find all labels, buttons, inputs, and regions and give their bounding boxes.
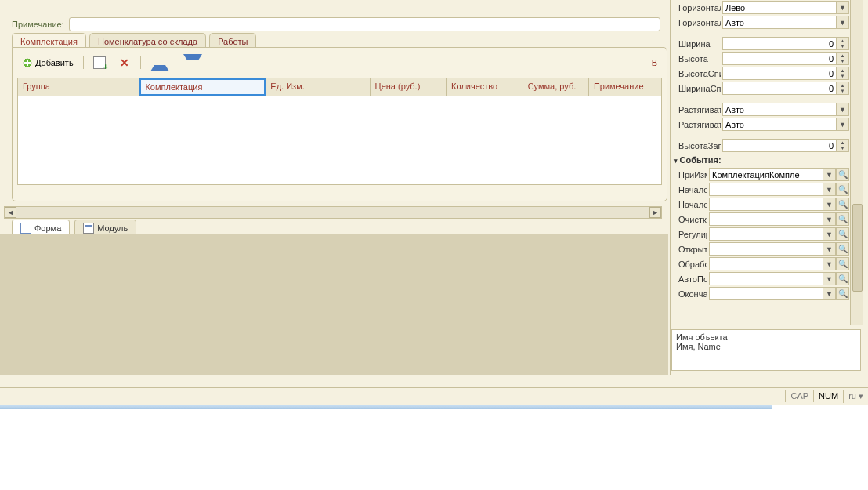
- props-section[interactable]: События:: [672, 153, 849, 167]
- magnifier-icon[interactable]: 🔍: [836, 242, 849, 256]
- prop-label: Регулировани: [672, 230, 707, 239]
- prop-field: ▼: [722, 16, 849, 29]
- prop-field: ▼🔍: [709, 257, 849, 270]
- form-tab-label: Форма: [34, 223, 61, 233]
- magnifier-icon[interactable]: 🔍: [836, 168, 849, 181]
- col-price[interactable]: Цена (руб.): [371, 78, 447, 96]
- toolbar-right-text: В: [652, 58, 662, 67]
- dropdown-icon[interactable]: ▼: [823, 257, 836, 270]
- spinner[interactable]: ▲▼: [836, 52, 849, 65]
- prop-label: Открытие: [672, 245, 707, 254]
- magnifier-icon[interactable]: 🔍: [836, 212, 849, 226]
- prop-field: ▼🔍: [709, 198, 849, 211]
- spinner[interactable]: ▲▼: [836, 139, 849, 152]
- magnifier-icon[interactable]: 🔍: [836, 272, 849, 285]
- prop-row: ВысотаЗагол▲▼: [672, 138, 849, 153]
- col-sum[interactable]: Сумма, руб.: [523, 78, 589, 96]
- prop-row: Очистка▼🔍: [672, 212, 849, 227]
- prop-field: ▲▼: [722, 67, 849, 80]
- prop-label: РастягиватьГ: [672, 105, 721, 114]
- prop-input[interactable]: [709, 227, 823, 241]
- prop-row: НачалоВыбор▼🔍: [672, 182, 849, 197]
- move-down-button[interactable]: [179, 52, 207, 74]
- lower-blue-strip: [0, 405, 772, 409]
- col-unit[interactable]: Ед. Изм.: [266, 78, 370, 96]
- note-label: Примечание:: [12, 20, 64, 29]
- prop-input[interactable]: [722, 118, 836, 131]
- dropdown-icon[interactable]: ▼: [836, 118, 849, 131]
- prop-field: ▲▼: [722, 82, 849, 95]
- prop-row: ОбработкаВы▼🔍: [672, 256, 849, 271]
- prop-row: ШиринаСписк▲▼: [672, 81, 849, 96]
- prop-label: ШиринаСписк: [672, 84, 721, 93]
- dropdown-icon[interactable]: ▼: [823, 227, 836, 241]
- dropdown-icon[interactable]: ▼: [823, 168, 836, 181]
- dropdown-icon[interactable]: ▼: [823, 212, 836, 226]
- dropdown-icon[interactable]: ▼: [823, 272, 836, 285]
- page-plus-icon: [93, 56, 106, 69]
- dropdown-icon[interactable]: ▼: [823, 198, 836, 211]
- spinner[interactable]: ▲▼: [836, 67, 849, 80]
- separator: [140, 56, 141, 69]
- col-qty[interactable]: Количество: [447, 78, 523, 96]
- magnifier-icon[interactable]: 🔍: [836, 257, 849, 270]
- prop-input[interactable]: [709, 168, 823, 181]
- prop-input[interactable]: [709, 272, 823, 285]
- prop-input[interactable]: [709, 198, 823, 211]
- prop-input[interactable]: [709, 257, 823, 270]
- module-icon: [83, 223, 94, 234]
- plus-icon: [22, 57, 33, 68]
- scroll-left-button[interactable]: ◄: [5, 207, 16, 218]
- col-note[interactable]: Примечание: [589, 78, 661, 96]
- dropdown-icon[interactable]: ▼: [836, 1, 849, 14]
- prop-input[interactable]: [722, 52, 836, 65]
- horizontal-scrollbar[interactable]: ◄ ►: [4, 206, 662, 219]
- prop-label: РастягиватьГ: [672, 120, 721, 129]
- prop-input[interactable]: [722, 139, 836, 152]
- col-komplektacia[interactable]: Комплектация: [139, 78, 266, 96]
- status-cap: CAP: [785, 390, 813, 402]
- prop-input[interactable]: [709, 242, 823, 256]
- scrollbar-thumb[interactable]: [852, 204, 863, 292]
- prop-input[interactable]: [709, 183, 823, 196]
- move-up-button[interactable]: [146, 52, 174, 74]
- prop-field: ▼🔍: [709, 272, 849, 285]
- prop-input[interactable]: [722, 103, 836, 116]
- status-num: NUM: [813, 390, 843, 402]
- magnifier-icon[interactable]: 🔍: [836, 183, 849, 196]
- prop-field: ▼🔍: [709, 227, 849, 241]
- prop-input[interactable]: [722, 1, 836, 14]
- spinner[interactable]: ▲▼: [836, 37, 849, 50]
- prop-input[interactable]: [709, 212, 823, 226]
- props-scrollbar[interactable]: [850, 0, 863, 325]
- dropdown-icon[interactable]: ▼: [836, 103, 849, 116]
- delete-button[interactable]: ✕: [115, 55, 136, 71]
- prop-label: ПриИзменени: [672, 170, 707, 180]
- dropdown-icon[interactable]: ▼: [836, 16, 849, 29]
- new-page-button[interactable]: [89, 54, 110, 71]
- prop-row: ОкончаниеВв▼🔍: [672, 286, 849, 301]
- arrow-up-icon: [150, 54, 169, 71]
- spinner[interactable]: ▲▼: [836, 82, 849, 95]
- prop-input[interactable]: [722, 37, 836, 50]
- prop-input[interactable]: [709, 287, 823, 300]
- magnifier-icon[interactable]: 🔍: [836, 287, 849, 300]
- status-lang[interactable]: ru ▾: [843, 390, 868, 403]
- note-input[interactable]: [69, 17, 660, 31]
- prop-field: ▼: [722, 118, 849, 131]
- magnifier-icon[interactable]: 🔍: [836, 227, 849, 241]
- prop-input[interactable]: [722, 67, 836, 80]
- prop-input[interactable]: [722, 16, 836, 29]
- prop-label: ВысотаСписк: [672, 69, 721, 78]
- separator: [83, 56, 84, 69]
- dropdown-icon[interactable]: ▼: [823, 287, 836, 300]
- magnifier-icon[interactable]: 🔍: [836, 198, 849, 211]
- grid[interactable]: Группа Комплектация Ед. Изм. Цена (руб.)…: [17, 78, 662, 185]
- prop-field: ▼🔍: [709, 168, 849, 181]
- dropdown-icon[interactable]: ▼: [823, 242, 836, 256]
- col-group[interactable]: Группа: [18, 78, 139, 96]
- prop-input[interactable]: [722, 82, 836, 95]
- dropdown-icon[interactable]: ▼: [823, 183, 836, 196]
- add-button[interactable]: Добавить: [17, 55, 78, 71]
- scroll-right-button[interactable]: ►: [649, 207, 661, 218]
